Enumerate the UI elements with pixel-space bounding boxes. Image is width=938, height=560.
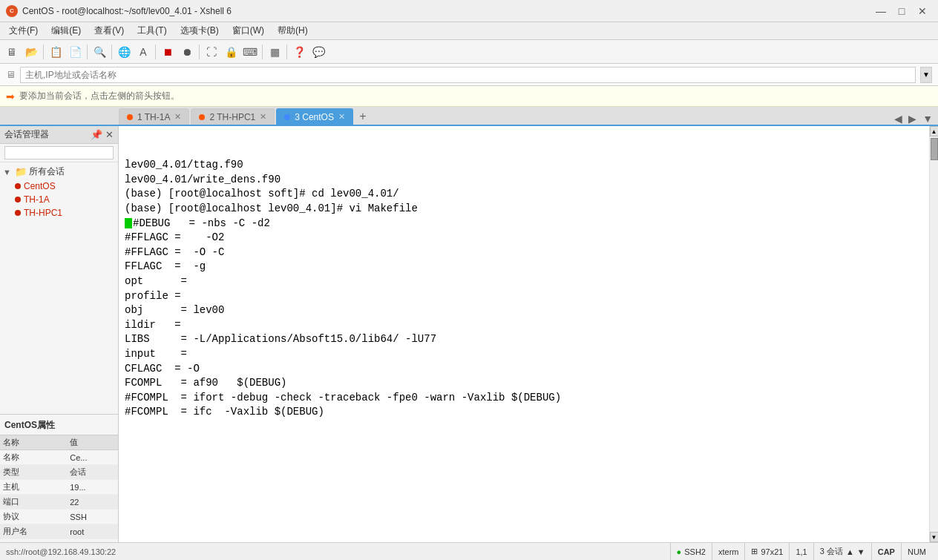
properties-col-name: 名称 xyxy=(0,435,67,450)
toolbar-find[interactable]: 🔍 xyxy=(91,43,108,61)
toolbar-sep-1 xyxy=(43,45,44,59)
tab-centos[interactable]: 3 CentOS ✕ xyxy=(276,108,353,125)
scroll-down-button[interactable]: ▼ xyxy=(930,532,939,542)
menu-edit[interactable]: 编辑(E) xyxy=(45,23,87,39)
scrollbar-vertical[interactable]: ▲ ▼ xyxy=(929,126,938,542)
toolbar-new[interactable]: 🖥 xyxy=(3,43,21,61)
sidebar-header: 会话管理器 📌 ✕ xyxy=(0,126,118,144)
properties-title: CentOS属性 xyxy=(0,418,118,435)
properties-cell-value: 22 xyxy=(67,495,118,510)
tree-root: ▼ 📁 所有会话 xyxy=(0,164,118,179)
toolbar-fullscreen[interactable]: ⛶ xyxy=(203,43,220,61)
tab-dot-th1a xyxy=(127,114,133,120)
toolbar-layout[interactable]: ▦ xyxy=(266,43,283,61)
properties-row: 端口22 xyxy=(0,495,118,510)
tab-dot-centos xyxy=(284,114,290,120)
toolbar-connect[interactable]: 🌐 xyxy=(115,43,133,61)
toolbar-keyboard[interactable]: ⌨ xyxy=(241,43,259,61)
tabs-menu-button[interactable]: ▼ xyxy=(920,113,935,125)
terminal-line: LIBS = -L/Applications/Absoft15.0/lib64/… xyxy=(125,332,923,347)
status-num: NUM xyxy=(908,547,926,556)
sidebar-item-thhpc1[interactable]: TH-HPC1 xyxy=(0,206,118,220)
terminal-line: FCOMPL = af90 $(DEBUG) xyxy=(125,376,923,391)
toolbar-stop[interactable]: ⏹ xyxy=(159,43,177,61)
title-text: CentOS - root@localhost:~/soft/lev00_4.0… xyxy=(22,6,232,16)
properties-cell-name: 主机 xyxy=(0,480,67,495)
toolbar-font[interactable]: A xyxy=(134,43,152,61)
toolbar-record[interactable]: ⏺ xyxy=(178,43,196,61)
menu-file[interactable]: 文件(F) xyxy=(3,23,44,39)
toolbar-lock[interactable]: 🔒 xyxy=(222,43,240,61)
sidebar-item-th1a[interactable]: TH-1A xyxy=(0,193,118,206)
toolbar-paste[interactable]: 📄 xyxy=(66,43,84,61)
maximize-button[interactable]: □ xyxy=(892,4,911,19)
tree-expand-icon[interactable]: ▼ xyxy=(3,168,11,177)
title-bar: C CentOS - root@localhost:~/soft/lev00_4… xyxy=(0,0,938,22)
properties-cell-value: Ce... xyxy=(67,450,118,465)
session-dot-th1a xyxy=(15,197,21,202)
toolbar-copy[interactable]: 📋 xyxy=(47,43,65,61)
minimize-button[interactable]: — xyxy=(871,4,891,19)
tab-thhpc1[interactable]: 2 TH-HPC1 ✕ xyxy=(191,108,275,125)
status-dot: ● xyxy=(677,547,682,556)
tab-close-centos[interactable]: ✕ xyxy=(338,112,345,122)
status-term: xterm xyxy=(718,547,739,556)
terminal-line: #FFLAGC = -O -C xyxy=(125,246,923,260)
properties-cell-name: 用户名 xyxy=(0,524,67,539)
close-button[interactable]: ✕ xyxy=(913,4,932,19)
menu-help[interactable]: 帮助(H) xyxy=(272,23,314,39)
terminal-line: #DEBUG = -nbs -C -d2 xyxy=(125,217,923,231)
status-scroll-down-icon[interactable]: ▼ xyxy=(857,547,865,556)
terminal[interactable]: lev00_4.01/ttag.f90lev00_4.01/write_dens… xyxy=(119,126,929,542)
tabs-prev-button[interactable]: ◀ xyxy=(892,113,905,125)
terminal-container: lev00_4.01/ttag.f90lev00_4.01/write_dens… xyxy=(119,126,938,542)
status-scroll-up-icon[interactable]: ▲ xyxy=(846,547,854,556)
toolbar-sep-4 xyxy=(155,45,156,59)
toolbar-open[interactable]: 📂 xyxy=(22,43,40,61)
folder-icon: 📁 xyxy=(15,166,27,177)
sidebar-item-centos[interactable]: CentOS xyxy=(0,179,118,193)
status-cap: CAP xyxy=(878,547,895,556)
sidebar-search-input[interactable] xyxy=(4,146,114,159)
title-bar-controls: — □ ✕ xyxy=(871,4,932,19)
session-tree: ▼ 📁 所有会话 CentOS TH-1A TH-HPC1 xyxy=(0,162,118,414)
address-dropdown[interactable]: ▼ xyxy=(920,67,932,83)
sidebar-header-icons: 📌 ✕ xyxy=(91,129,114,140)
sidebar-close-icon[interactable]: ✕ xyxy=(105,129,114,140)
status-protocol: SSH2 xyxy=(684,547,706,556)
status-ssh-text: ssh://root@192.168.49.130:22 xyxy=(6,547,670,556)
toolbar-sep-5 xyxy=(199,45,200,59)
menu-tabs[interactable]: 选项卡(B) xyxy=(174,23,225,39)
terminal-line: #FCOMPL = ifort -debug -check -traceback… xyxy=(125,391,923,406)
terminal-line: #FFLAGC = -O2 xyxy=(125,231,923,246)
sidebar-title: 会话管理器 xyxy=(4,128,49,141)
sidebar: 会话管理器 📌 ✕ ▼ 📁 所有会话 CentOS TH-1A xyxy=(0,126,119,542)
terminal-line: profile = xyxy=(125,289,923,304)
tab-th1a[interactable]: 1 TH-1A ✕ xyxy=(119,108,189,125)
tab-close-th1a[interactable]: ✕ xyxy=(174,112,181,122)
scroll-thumb[interactable] xyxy=(931,138,938,160)
status-position: 1,1 xyxy=(796,547,807,556)
toolbar-help[interactable]: ❓ xyxy=(290,43,308,61)
properties-cell-value: 会话 xyxy=(67,465,118,480)
tabs-bar: 1 TH-1A ✕ 2 TH-HPC1 ✕ 3 CentOS ✕ + ◀ ▶ ▼ xyxy=(0,107,938,126)
menu-window[interactable]: 窗口(W) xyxy=(226,23,270,39)
scroll-up-button[interactable]: ▲ xyxy=(930,126,939,136)
address-bar: 🖥 ▼ xyxy=(0,64,938,86)
menu-tools[interactable]: 工具(T) xyxy=(131,23,172,39)
properties-cell-name: 类型 xyxy=(0,465,67,480)
address-input[interactable] xyxy=(20,67,916,83)
toolbar-chat[interactable]: 💬 xyxy=(309,43,327,61)
sidebar-pin-icon[interactable]: 📌 xyxy=(91,129,102,140)
tab-label-th1a: 1 TH-1A xyxy=(137,112,170,122)
status-segment-num: NUM xyxy=(901,543,932,560)
tab-add-button[interactable]: + xyxy=(355,108,371,125)
info-bar-text: 要添加当前会话，点击左侧的箭头按钮。 xyxy=(19,90,180,102)
terminal-line: (base) [root@localhost soft]# cd lev00_4… xyxy=(125,187,923,202)
properties-panel: CentOS属性 名称 值 名称Ce...类型会话主机19...端口22协议SS… xyxy=(0,414,118,542)
menu-view[interactable]: 查看(V) xyxy=(88,23,130,39)
properties-cell-value: 19... xyxy=(67,480,118,495)
tab-close-thhpc1[interactable]: ✕ xyxy=(260,112,266,122)
tabs-next-button[interactable]: ▶ xyxy=(906,113,919,125)
tab-label-centos: 3 CentOS xyxy=(295,112,334,122)
